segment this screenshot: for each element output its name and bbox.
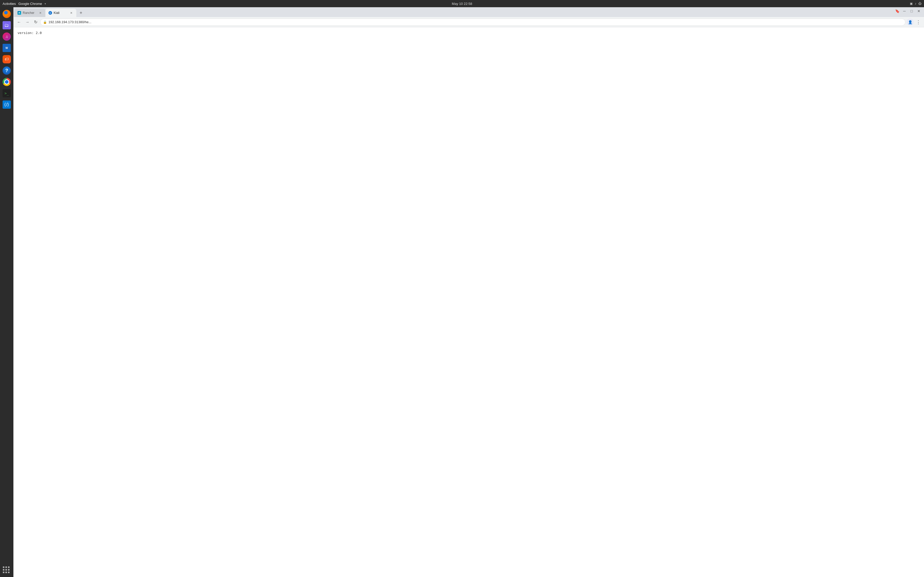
reload-button[interactable]: ↻ — [32, 19, 39, 26]
kiali-favicon: K — [48, 11, 52, 15]
tab-rancher-title: Rancher — [23, 11, 37, 15]
tab-rancher[interactable]: R Rancher ✕ — [15, 9, 45, 17]
bookmark-button[interactable]: 🔖 — [894, 8, 900, 14]
close-button[interactable]: ✕ — [916, 8, 922, 14]
chrome-menu-button[interactable]: ⋮ — [915, 19, 922, 26]
new-tab-button[interactable]: + — [78, 9, 84, 16]
dock-item-showapps[interactable] — [2, 565, 12, 575]
browser: R Rancher ✕ K Kiali ✕ + 🔖 ─ □ ✕ — [13, 7, 924, 577]
app-name-label: Google Chrome — [18, 2, 42, 6]
profile-button[interactable]: 👤 — [906, 19, 914, 26]
datetime-display: May 10 22:58 — [452, 2, 472, 6]
tabs-row: R Rancher ✕ K Kiali ✕ + — [13, 7, 892, 17]
address-text: 192.168.194.173:31380/he... — [48, 20, 903, 24]
dock-item-firefox[interactable] — [2, 9, 12, 19]
showapps-icon — [3, 566, 11, 574]
dock-item-writer[interactable]: W — [2, 43, 12, 53]
writer-icon: W — [3, 44, 11, 52]
chrome-toolbar: ← → ↻ 🔒 192.168.194.173:31380/he... 👤 ⋮ — [13, 17, 924, 27]
back-button[interactable]: ← — [16, 19, 23, 26]
firefox-icon — [3, 10, 11, 18]
dock-item-rhythmbox[interactable]: ♫ — [2, 31, 12, 42]
forward-button[interactable]: → — [24, 19, 31, 26]
tab-kiali-title: Kiali — [53, 11, 68, 15]
dock-item-software[interactable]: 🏷 — [2, 54, 12, 64]
chrome-titlebar: R Rancher ✕ K Kiali ✕ + 🔖 ─ □ ✕ — [13, 7, 924, 17]
network-icon: ▣ — [910, 2, 913, 5]
dock: 🗂 ♫ W 🏷 ? >_ ⟨/⟩ — [0, 7, 13, 577]
maximize-button[interactable]: □ — [908, 8, 915, 14]
dock-item-help[interactable]: ? — [2, 65, 12, 76]
software-icon: 🏷 — [3, 55, 11, 63]
dock-item-vscode[interactable]: ⟨/⟩ — [2, 100, 12, 110]
terminal-icon: >_ — [3, 89, 11, 97]
help-icon: ? — [3, 66, 11, 75]
dock-item-terminal[interactable]: >_ — [2, 88, 12, 98]
app-menu-arrow-icon[interactable]: ▾ — [45, 2, 46, 5]
tab-kiali-close[interactable]: ✕ — [69, 11, 73, 15]
main-layout: 🗂 ♫ W 🏷 ? >_ ⟨/⟩ — [0, 7, 924, 577]
activities-button[interactable]: Activities — [3, 2, 16, 6]
version-display: version: 2.0 — [18, 31, 42, 35]
dock-item-chrome[interactable] — [2, 77, 12, 87]
tab-rancher-close[interactable]: ✕ — [38, 11, 42, 15]
address-bar[interactable]: 🔒 192.168.194.173:31380/he... — [40, 19, 905, 26]
chrome-icon — [3, 78, 11, 86]
files-icon: 🗂 — [3, 21, 11, 29]
minimize-button[interactable]: ─ — [901, 8, 908, 14]
rancher-favicon: R — [18, 11, 21, 15]
dock-item-files[interactable]: 🗂 — [2, 20, 12, 31]
security-icon: 🔒 — [43, 20, 47, 24]
system-tray: ▣ ♪ ⏻ — [910, 2, 921, 5]
system-bar: Activities Google Chrome ▾ May 10 22:58 … — [0, 0, 924, 7]
window-controls: 🔖 ─ □ ✕ — [892, 7, 924, 16]
tab-kiali[interactable]: K Kiali ✕ — [45, 9, 76, 17]
rhythmbox-icon: ♫ — [3, 32, 11, 41]
vscode-icon: ⟨/⟩ — [3, 100, 11, 109]
sound-icon: ♪ — [915, 2, 916, 5]
person-icon: 👤 — [908, 20, 913, 24]
power-icon: ⏻ — [918, 2, 921, 5]
page-content: version: 2.0 — [13, 27, 924, 577]
system-bar-left: Activities Google Chrome ▾ — [3, 2, 46, 6]
